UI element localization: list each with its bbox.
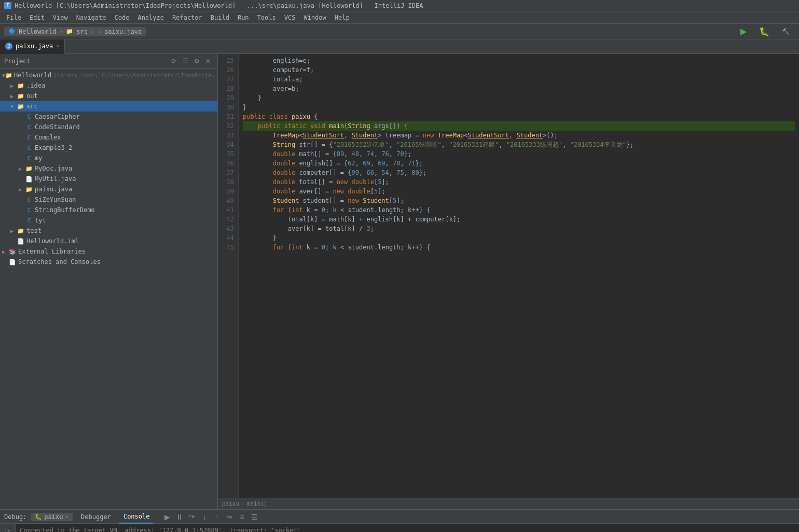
tree-item-src[interactable]: ▼ 📁 src — [0, 101, 217, 111]
run-button[interactable]: ▶ — [735, 25, 752, 37]
menu-build[interactable]: Build — [206, 13, 233, 22]
debug-restart-button[interactable]: ↺ — [2, 526, 14, 532]
tree-item-helloworld-iml[interactable]: 📄 Helloworld.iml — [0, 236, 217, 246]
code-line-44: } — [243, 233, 795, 243]
line-numbers: 25 26 27 28 29 30 31 32 33 34 35 36 37 3… — [218, 54, 239, 498]
code-line-36: double english[] = {62, 69, 69, 70, 71}; — [243, 159, 795, 168]
debug-step-over-button[interactable]: ↷ — [187, 512, 197, 522]
tree-item-scratches[interactable]: 📄 Scratches and Consoles — [0, 257, 217, 267]
code-content[interactable]: english=e; computer=f; total=a; aver=b; … — [239, 54, 799, 498]
tree-label-paixu: paixu.java — [35, 186, 72, 193]
app-icon: I — [4, 2, 11, 9]
tree-item-codestandard[interactable]: C CodeStandard — [0, 122, 217, 132]
breadcrumb-main: main() — [247, 500, 268, 507]
debug-evaluate-button[interactable]: ≡ — [237, 512, 247, 522]
folder-icon-src: 📁 — [17, 103, 25, 110]
java-icon-stringbufferdemo: C — [25, 206, 33, 214]
debug-run-to-cursor[interactable]: ⇒ — [224, 512, 235, 522]
panel-collapse-button[interactable]: ☰ — [180, 56, 190, 66]
menu-refactor[interactable]: Refactor — [168, 13, 206, 22]
file-icon-scratches: 📄 — [8, 258, 17, 265]
tree-item-test[interactable]: ▶ 📁 test — [0, 226, 217, 236]
tree-label-out: out — [26, 92, 38, 100]
menu-help[interactable]: Help — [330, 13, 354, 22]
menu-window[interactable]: Window — [299, 13, 330, 22]
java-icon-sizeyunsuan: C — [25, 196, 33, 203]
panel-sync-button[interactable]: ⟳ — [169, 56, 179, 66]
tree-extra-helloworld: library root, C:\Users\Administrator\Ide… — [53, 72, 217, 79]
tree-item-external-libraries[interactable]: ▶ 📚 External Libraries — [0, 246, 217, 257]
panel-close-button[interactable]: ✕ — [203, 56, 213, 66]
tree-label-stringbufferdemo: StringBufferDemo — [35, 206, 95, 214]
tree-label-caesarcipher: CaesarCipher — [35, 113, 80, 120]
folder-icon-idea: 📁 — [17, 82, 25, 89]
debug-title: Debug: — [4, 513, 26, 521]
tree-item-myutil[interactable]: 📄 MyUtil.java — [0, 174, 217, 184]
tree-item-out[interactable]: ▶ 📁 out — [0, 91, 217, 101]
toolbar: 🔷 Helloworld › 📁 src › ☕ paixu.java ▶ 🐛 … — [0, 24, 799, 39]
panel-settings-button[interactable]: ⚙ — [191, 56, 202, 66]
menu-file[interactable]: File — [2, 13, 25, 22]
menu-run[interactable]: Run — [233, 13, 253, 22]
menu-edit[interactable]: Edit — [25, 13, 49, 22]
menu-tools[interactable]: Tools — [253, 13, 280, 22]
tree-item-stringbufferdemo[interactable]: C StringBufferDemo — [0, 205, 217, 215]
tree-label-idea: .idea — [26, 82, 45, 89]
debug-tab-debugger[interactable]: Debugger — [77, 510, 115, 524]
tree-label-sizeyunsuan: SiZeYunSuan — [35, 196, 76, 203]
tab-label: paixu.java — [16, 43, 53, 50]
tree-item-mydoc[interactable]: ▶ 📁 MyDoc.java — [0, 163, 217, 174]
arrow-test: ▶ — [10, 228, 17, 234]
tree-item-my[interactable]: C my — [0, 153, 217, 163]
tree-label-helloworld: Helloworld — [14, 72, 51, 79]
debug-button[interactable]: 🐛 — [754, 25, 775, 37]
java-icon-my: C — [25, 155, 33, 162]
java-icon-example3-2: C — [25, 144, 33, 151]
debug-pause-button[interactable]: ⏸ — [174, 512, 185, 522]
tree-item-idea[interactable]: ▶ 📁 .idea — [0, 80, 217, 91]
menu-analyze[interactable]: Analyze — [133, 13, 168, 22]
build-button[interactable]: 🔨 — [777, 25, 795, 37]
tab-java-icon: J — [5, 43, 12, 50]
tree-item-paixu[interactable]: ▶ 📁 paixu.java — [0, 184, 217, 194]
debug-step-into-button[interactable]: ↓ — [199, 512, 210, 522]
tree-item-tyt[interactable]: C tyt — [0, 215, 217, 226]
debug-tab-console[interactable]: Console — [119, 510, 154, 524]
title-bar: I Helloworld [C:\Users\Administrator\Ide… — [0, 0, 799, 11]
file-icon-helloworld-iml: 📄 — [17, 237, 25, 245]
window-title: Helloworld [C:\Users\Administrator\IdeaP… — [15, 2, 423, 9]
menu-view[interactable]: View — [49, 13, 72, 22]
menu-code[interactable]: Code — [111, 13, 134, 22]
panel-tools: ⟳ ☰ ⚙ ✕ — [169, 56, 213, 66]
tree-item-complex[interactable]: C Complex — [0, 132, 217, 143]
code-line-45: for (int k = 0; k < student.length; k++)… — [243, 243, 795, 252]
code-line-29: } — [243, 93, 795, 103]
tab-close-button[interactable]: ✕ — [56, 43, 59, 49]
debug-frames-button[interactable]: ☰ — [249, 512, 259, 522]
debug-step-out-button[interactable]: ↑ — [212, 512, 222, 522]
folder-icon-mydoc: 📁 — [25, 165, 33, 172]
menu-vcs[interactable]: VCS — [280, 13, 300, 22]
menu-navigate[interactable]: Navigate — [72, 13, 111, 22]
project-panel-title: Project — [4, 58, 167, 65]
folder-icon-helloworld: 📁 — [5, 72, 12, 79]
debug-resume-button[interactable]: ▶ — [162, 512, 172, 522]
tree-label-helloworld-iml: Helloworld.iml — [26, 237, 79, 245]
debug-tab-label: paixu — [44, 513, 63, 521]
output-line-1: Connected to the target VM, address: '12… — [20, 526, 795, 532]
tab-paixu-java[interactable]: J paixu.java ✕ — [0, 39, 65, 54]
tree-label-myutil: MyUtil.java — [35, 175, 76, 183]
tree-item-helloworld[interactable]: ▼ 📁 Helloworld library root, C:\Users\Ad… — [0, 70, 217, 80]
code-line-35: double math[] = {89, 48, 74, 76, 70}; — [243, 149, 795, 159]
code-line-40: Student student[] = new Student[5]; — [243, 196, 795, 205]
tree-label-tyt: tyt — [35, 217, 46, 224]
tree-item-example3-2[interactable]: C Example3_2 — [0, 143, 217, 153]
tree-label-scratches: Scratches and Consoles — [18, 258, 101, 265]
main-content: Project ⟳ ☰ ⚙ ✕ ▼ 📁 Helloworld library r… — [0, 54, 799, 509]
debug-tab-close[interactable]: ✕ — [65, 513, 68, 520]
code-line-41: for (int k = 0; k < student.length; k++)… — [243, 205, 795, 215]
tree-item-caesarcipher[interactable]: C CaesarCipher — [0, 111, 217, 122]
folder-icon-paixu: 📁 — [25, 186, 33, 193]
code-line-32: public static void main(String args[]) { — [243, 121, 795, 131]
tree-item-sizeyunsuan[interactable]: C SiZeYunSuan — [0, 194, 217, 205]
